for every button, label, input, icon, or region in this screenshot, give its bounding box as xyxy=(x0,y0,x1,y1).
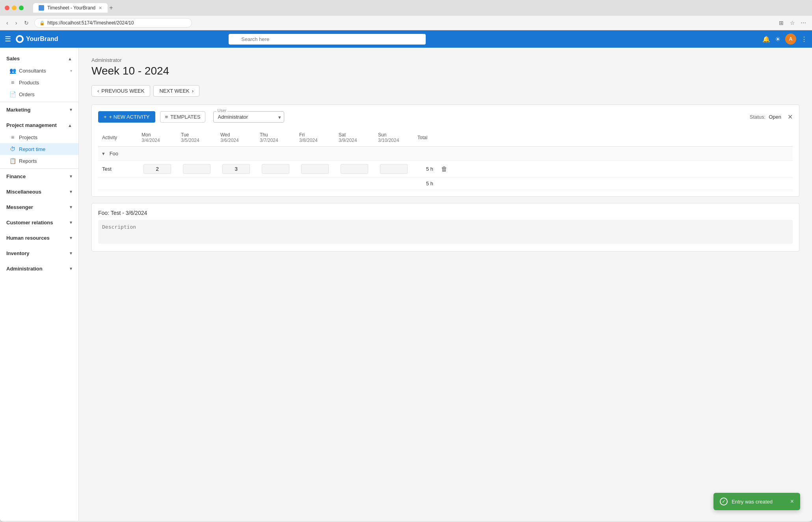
sidebar-header-project-management[interactable]: Project management ▲ xyxy=(0,119,78,131)
sidebar-label-marketing: Marketing xyxy=(6,107,30,113)
template-icon: ≡ xyxy=(165,114,168,120)
activity-name-cell: Test xyxy=(98,161,138,177)
extensions-icon[interactable]: ⊞ xyxy=(777,19,785,27)
chevron-right-icon-consultants: ▾ xyxy=(70,69,72,73)
mon-input-cell xyxy=(138,161,177,177)
new-tab-btn[interactable]: + xyxy=(109,4,113,11)
sidebar-label-miscellaneous: Miscellaneous xyxy=(6,189,41,195)
fri-input[interactable] xyxy=(301,164,329,174)
wed-input[interactable] xyxy=(222,164,250,174)
main-content: Administrator Week 10 - 2024 ‹ PREVIOUS … xyxy=(79,48,812,521)
sidebar-item-report-time[interactable]: ⏱ Report time xyxy=(0,143,78,155)
sidebar-item-projects[interactable]: ≡ Projects xyxy=(0,131,78,143)
card-close-btn[interactable]: ✕ xyxy=(788,113,793,121)
sat-input[interactable] xyxy=(341,164,368,174)
sidebar-header-marketing[interactable]: Marketing ▾ xyxy=(0,104,78,116)
sidebar-label-customer-relations: Customer relations xyxy=(6,220,53,226)
chevron-down-icon-cr: ▾ xyxy=(70,220,72,225)
project-toggle-btn[interactable]: ▾ xyxy=(102,151,105,157)
sidebar-section-marketing: Marketing ▾ xyxy=(0,102,78,117)
next-week-label: NEXT WEEK xyxy=(159,88,189,94)
sidebar-header-sales[interactable]: Sales ▲ xyxy=(0,52,78,65)
close-window-btn[interactable] xyxy=(5,6,9,10)
sun-input[interactable] xyxy=(380,164,408,174)
tab-close-btn[interactable]: ✕ xyxy=(99,6,102,11)
sidebar-header-miscellaneous[interactable]: Miscellaneous ▾ xyxy=(0,186,78,198)
menu-icon[interactable]: ☰ xyxy=(5,35,11,43)
sidebar-item-products[interactable]: ≡ Products xyxy=(0,76,78,88)
templates-btn[interactable]: ≡ TEMPLATES xyxy=(160,111,206,123)
avatar[interactable]: A xyxy=(785,34,796,45)
th-wed: Wed 3/6/2024 xyxy=(216,129,256,147)
topbar: ☰ YourBrand 🔍 🔔 ☀ A ⋮ xyxy=(0,30,812,48)
new-activity-btn[interactable]: + + NEW ACTIVITY xyxy=(98,111,155,123)
tue-input[interactable] xyxy=(183,164,210,174)
chevron-right-icon: › xyxy=(192,88,194,94)
bookmark-icon[interactable]: ☆ xyxy=(788,19,796,27)
sidebar-item-orders[interactable]: 📄 Orders xyxy=(0,88,78,100)
tab-favicon xyxy=(39,5,44,11)
description-card: Foo: Test - 3/6/2024 xyxy=(91,203,799,252)
chevron-down-icon-finance: ▾ xyxy=(70,174,72,179)
sidebar-label-messenger: Messenger xyxy=(6,204,33,210)
page-subtitle: Administrator xyxy=(91,57,799,63)
sidebar-section-finance: Finance ▾ xyxy=(0,169,78,184)
table-row-total: 5 h xyxy=(98,177,793,190)
fullscreen-window-btn[interactable] xyxy=(19,6,24,10)
chevron-down-icon-messenger: ▾ xyxy=(70,205,72,210)
sidebar-header-administration[interactable]: Administration ▾ xyxy=(0,263,78,275)
forward-btn[interactable]: › xyxy=(14,19,19,27)
url-bar[interactable]: 🔒 https://localhost:5174/Timesheet/2024/… xyxy=(34,18,192,28)
search-area: 🔍 xyxy=(229,34,426,45)
delete-activity-btn[interactable]: 🗑 xyxy=(441,166,447,172)
sidebar-label-administration: Administration xyxy=(6,266,43,272)
traffic-lights xyxy=(5,6,24,10)
products-icon: ≡ xyxy=(9,79,16,86)
th-total: Total xyxy=(413,129,437,147)
notifications-icon[interactable]: 🔔 xyxy=(762,35,770,43)
sidebar-section-inventory: Inventory ▾ xyxy=(0,246,78,261)
user-select[interactable]: Administrator xyxy=(213,111,284,123)
sidebar-label-finance: Finance xyxy=(6,173,26,179)
prev-week-btn[interactable]: ‹ PREVIOUS WEEK xyxy=(91,85,150,97)
refresh-btn[interactable]: ↻ xyxy=(22,19,30,27)
sidebar-header-customer-relations[interactable]: Customer relations ▾ xyxy=(0,216,78,229)
mon-input[interactable] xyxy=(143,164,171,174)
active-tab[interactable]: Timesheet - YourBrand ✕ xyxy=(33,3,108,13)
url-text: https://localhost:5174/Timesheet/2024/10 xyxy=(47,20,134,26)
search-input[interactable] xyxy=(229,34,426,45)
brightness-icon[interactable]: ☀ xyxy=(775,35,780,43)
more-icon[interactable]: ⋯ xyxy=(799,19,807,27)
sidebar-header-messenger[interactable]: Messenger ▾ xyxy=(0,201,78,213)
sidebar-item-consultants[interactable]: 👥 Consultants ▾ xyxy=(0,65,78,76)
th-tue: Tue 3/5/2024 xyxy=(177,129,216,147)
week-nav: ‹ PREVIOUS WEEK NEXT WEEK › xyxy=(91,85,799,97)
lock-icon: 🔒 xyxy=(39,21,45,26)
minimize-window-btn[interactable] xyxy=(12,6,17,10)
sidebar-header-finance[interactable]: Finance ▾ xyxy=(0,170,78,183)
sidebar-section-administration: Administration ▾ xyxy=(0,261,78,276)
brand-name: YourBrand xyxy=(26,35,58,43)
grand-total-spacer xyxy=(437,177,793,190)
timesheet-table: Activity Mon 3/4/2024 Tue 3/5/2024 xyxy=(98,129,793,190)
th-sun: Sun 3/10/2024 xyxy=(374,129,413,147)
plus-icon: + xyxy=(104,114,107,120)
sidebar-header-human-resources[interactable]: Human resources ▾ xyxy=(0,232,78,244)
activity-total-cell: 5 h xyxy=(413,161,437,177)
toast-close-btn[interactable]: × xyxy=(790,498,794,505)
templates-label: TEMPLATES xyxy=(170,114,200,120)
wed-input-cell xyxy=(216,161,256,177)
clock-icon: ⏱ xyxy=(9,146,16,152)
thu-input[interactable] xyxy=(262,164,289,174)
next-week-btn[interactable]: NEXT WEEK › xyxy=(153,85,199,97)
sidebar-label-project-management: Project management xyxy=(6,122,57,128)
back-btn[interactable]: ‹ xyxy=(5,19,10,27)
projects-icon: ≡ xyxy=(9,134,16,140)
chevron-up-icon: ▲ xyxy=(68,56,72,61)
project-name: Foo xyxy=(110,151,118,157)
chevron-up-icon-pm: ▲ xyxy=(68,123,72,128)
overflow-icon[interactable]: ⋮ xyxy=(801,35,807,43)
sidebar-header-inventory[interactable]: Inventory ▾ xyxy=(0,247,78,259)
sidebar-item-reports[interactable]: 📋 Reports xyxy=(0,155,78,167)
description-textarea[interactable] xyxy=(98,220,793,244)
